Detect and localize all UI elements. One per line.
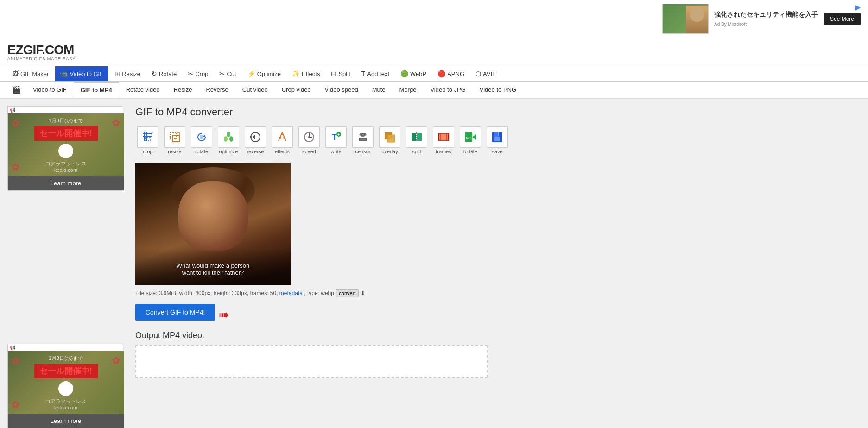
subnav-video-to-jpg[interactable]: Video to JPG — [423, 82, 472, 97]
overlay-label: overlay — [381, 149, 398, 154]
nav-effects[interactable]: ✨ Effects — [287, 66, 325, 81]
tool-censor[interactable]: censor — [350, 125, 375, 156]
metadata-link[interactable]: metadata — [279, 290, 303, 296]
resize-icon: ⊞ — [114, 70, 120, 77]
subnav-rotate-video[interactable]: Rotate video — [119, 82, 167, 97]
svg-rect-35 — [417, 133, 422, 141]
svg-rect-48 — [494, 137, 500, 141]
overlay-tool-icon — [379, 126, 400, 148]
svg-point-9 — [227, 132, 230, 137]
flower-icon-2: ✿ — [12, 355, 19, 366]
reverse-tool-icon — [245, 126, 266, 148]
tool-effects[interactable]: effects — [270, 125, 295, 156]
tool-frames[interactable]: frames — [431, 125, 456, 156]
subnav-resize[interactable]: Resize — [167, 82, 199, 97]
censor-label: censor — [355, 149, 370, 154]
tool-split[interactable]: split — [404, 125, 429, 156]
video-to-gif-icon: 📹 — [60, 70, 68, 77]
nav-crop[interactable]: ✂ Crop — [183, 66, 213, 81]
nav-video-to-gif[interactable]: 📹 Video to GIF — [55, 66, 108, 81]
tool-overlay[interactable]: overlay — [377, 125, 402, 156]
subnav-reverse[interactable]: Reverse — [199, 82, 235, 97]
nav-rotate[interactable]: ↻ Rotate — [147, 66, 181, 81]
nav-apng[interactable]: 🔴 APNG — [433, 66, 469, 81]
flower-icon-4: ✿ — [12, 399, 19, 410]
speed-tool-icon — [298, 126, 320, 148]
subnav-video-speed[interactable]: Video speed — [318, 82, 365, 97]
sidebar-ad-image: ✿ ✿ ✿ 1月8日(水)まで セール開催中! ↻ コアラマットレスkoala.… — [8, 113, 124, 176]
nav-avif[interactable]: ⬡ AVIF — [471, 66, 501, 81]
ad-by: Ad By Microsoft — [714, 22, 818, 27]
subnav-video-to-png[interactable]: Video to PNG — [473, 82, 523, 97]
optimize-label: optimize — [219, 149, 238, 154]
tool-rotate[interactable]: rotate — [189, 125, 214, 156]
effects-icon: ✨ — [292, 70, 300, 77]
file-size-text: File size: 3.9MiB, width: 400px, height:… — [135, 290, 278, 296]
tool-speed[interactable]: speed — [297, 125, 322, 156]
nav-cut[interactable]: ✂ Cut — [215, 66, 241, 81]
tool-icons-row: crop resize — [135, 125, 861, 156]
svg-rect-49 — [498, 132, 499, 136]
split-icon: ⊟ — [331, 70, 336, 77]
sidebar-ad-brand-2: コアラマットレスkoala.com — [34, 398, 98, 410]
optimize-icon: ⚡ — [247, 70, 255, 77]
tool-to-gif[interactable]: GIF to GIF — [458, 125, 483, 156]
file-type-text: , type: webp — [304, 290, 334, 296]
subnav-video-to-gif[interactable]: Video to GIF — [26, 82, 74, 97]
save-label: save — [492, 149, 502, 154]
ad-headline: 強化されたセキュリティ機能を入手 — [714, 11, 818, 19]
tool-optimize[interactable]: optimize — [216, 125, 241, 156]
svg-point-19 — [282, 134, 283, 135]
split-tool-icon — [406, 126, 427, 148]
flower-icon: ✿ — [12, 117, 19, 128]
tool-reverse[interactable]: reverse — [243, 125, 268, 156]
nav-webp[interactable]: 🟢 WebP — [396, 66, 431, 81]
save-tool-icon — [487, 126, 508, 148]
nav-gif-maker[interactable]: 🖼 GIF Maker — [7, 66, 53, 81]
resize-label: resize — [168, 149, 181, 154]
subnav-gif-to-mp4[interactable]: GIF to MP4 — [74, 82, 119, 98]
svg-marker-44 — [472, 134, 476, 140]
svg-rect-8 — [200, 135, 203, 139]
learn-more-button-2[interactable]: Learn more — [8, 414, 124, 428]
flower-icon: ✿ — [112, 117, 120, 128]
effects-tool-icon — [272, 126, 293, 148]
nav-resize[interactable]: ⊞ Resize — [110, 66, 145, 81]
svg-text:T: T — [332, 132, 337, 142]
tool-resize[interactable]: resize — [162, 125, 187, 156]
svg-point-11 — [229, 136, 233, 142]
convert-gif-mp4-button[interactable]: Convert GIF to MP4! — [135, 304, 215, 321]
ad-see-more-button[interactable]: See More — [824, 13, 861, 25]
subnav-crop-video[interactable]: Crop video — [275, 82, 318, 97]
logo: EZGIF.COM — [7, 43, 76, 57]
svg-point-10 — [224, 136, 228, 142]
convert-inline-button[interactable]: convert — [336, 289, 359, 297]
crop-icon: ✂ — [188, 70, 193, 77]
crop-tool-icon — [137, 126, 158, 148]
file-info: File size: 3.9MiB, width: 400px, height:… — [135, 289, 861, 297]
svg-rect-40 — [448, 133, 449, 141]
crop-label: crop — [143, 149, 152, 154]
tool-crop[interactable]: crop — [135, 125, 160, 156]
subnav-mute[interactable]: Mute — [365, 82, 393, 97]
output-label: Output MP4 video: — [135, 331, 861, 340]
tool-write[interactable]: T + write — [323, 125, 348, 156]
flower-icon-3: ✿ — [112, 355, 120, 366]
tool-save[interactable]: save — [485, 125, 510, 156]
sidebar-ad-brand: コアラマットレスkoala.com — [34, 160, 98, 173]
subnav-cut-video[interactable]: Cut video — [235, 82, 275, 97]
output-video-area — [135, 345, 488, 378]
svg-point-18 — [283, 137, 285, 139]
svg-rect-39 — [438, 133, 439, 141]
rotate-icon: ↻ — [152, 70, 157, 77]
nav-add-text[interactable]: T Add text — [357, 66, 394, 81]
gif-preview-image: What would make a person want to kill th… — [135, 163, 291, 285]
learn-more-button[interactable]: Learn more — [8, 176, 124, 190]
nav-split[interactable]: ⊟ Split — [326, 66, 355, 81]
apng-icon: 🔴 — [437, 70, 445, 77]
subnav-merge[interactable]: Merge — [393, 82, 424, 97]
avif-icon: ⬡ — [475, 70, 481, 77]
nav-optimize[interactable]: ⚡ Optimize — [243, 66, 285, 81]
main-navigation: 🖼 GIF Maker 📹 Video to GIF ⊞ Resize ↻ Ro… — [0, 66, 868, 82]
optimize-tool-icon — [218, 126, 239, 148]
